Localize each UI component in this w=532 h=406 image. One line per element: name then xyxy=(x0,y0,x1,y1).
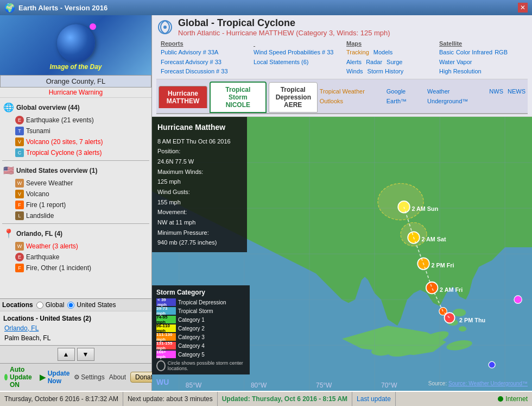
next-update-section: Next update: about 3 minutes xyxy=(123,392,218,406)
severe-weather-item[interactable]: W Severe Weather xyxy=(2,178,149,189)
update-now-button[interactable]: ▶ Update Now xyxy=(40,370,70,385)
orlando-earthquake-item[interactable]: E Earthquake xyxy=(2,252,149,263)
global-radio-label: Global xyxy=(46,301,65,309)
legend-row-5: 131-155 mph Category 4 xyxy=(156,342,245,349)
locations-section: Locations - United States (2) Orlando, F… xyxy=(0,311,151,345)
nws-link[interactable]: NWS xyxy=(489,87,503,106)
svg-point-42 xyxy=(514,296,522,303)
storm-gusts-label: Wind Gusts: xyxy=(157,187,242,197)
depression-aere-tab[interactable]: Tropical Depression AERE xyxy=(269,82,318,113)
storm-pressure-label: Minimum Pressure: xyxy=(157,228,242,238)
about-button[interactable]: About xyxy=(109,373,126,381)
nav-up-button[interactable]: ▲ xyxy=(58,348,75,361)
nav-buttons: ▲ ▼ xyxy=(0,345,151,363)
location-palm-beach[interactable]: Palm Beach, FL xyxy=(2,333,149,343)
svg-text:2 AM Sun: 2 AM Sun xyxy=(411,205,438,212)
legend-row-1: 39-73 mph Tropical Storm xyxy=(156,307,245,315)
us-radio-group[interactable]: United States xyxy=(67,301,116,309)
rgb-link[interactable]: RGB xyxy=(495,48,508,58)
hurricane-matthew-tab[interactable]: Hurricane MATTHEW xyxy=(159,86,207,108)
fire-item[interactable]: F Fire (1 report) xyxy=(2,199,149,210)
earthquake-icon: E xyxy=(15,116,24,124)
svg-point-7 xyxy=(453,309,466,316)
satellite-col: Satellite Basic Color Infrared RGB Water… xyxy=(435,39,528,78)
app-title: Earth Alerts - Version 2016 xyxy=(18,4,107,12)
right-panel: Global - Tropical Cyclone North Atlantic… xyxy=(152,15,532,391)
tracking-link[interactable]: Tracking xyxy=(346,48,369,58)
location-orlando[interactable]: Orlando, FL xyxy=(2,323,149,333)
tsunami-item[interactable]: T Tsunami xyxy=(2,126,149,136)
cyclone-icon: C xyxy=(15,148,24,157)
svg-text:2 PM Thu: 2 PM Thu xyxy=(459,317,485,323)
datetime-text: Thursday, October 6 2016 - 8:17:32 AM xyxy=(4,395,118,403)
last-update-section: Last update xyxy=(352,392,396,406)
water-vapor-link[interactable]: Water Vapor xyxy=(439,58,472,67)
report-link-3[interactable]: Forecast Discussion # 33 xyxy=(161,67,245,77)
svg-point-9 xyxy=(459,326,466,332)
auto-update-icon xyxy=(4,374,8,380)
weather-underground-credit[interactable]: Source: Weather Underground™ xyxy=(448,380,528,386)
us-volcano-item[interactable]: V Volcano xyxy=(2,189,149,199)
storm-pressure: 940 mb (27.75 inches) xyxy=(157,238,242,248)
weather-underground-link[interactable]: Weather Underground™ xyxy=(427,87,485,106)
map-area: 35°N 30°N 25°N 20°N 85°W 80°W 75°W 70°W … xyxy=(152,117,532,391)
locations-label: Locations xyxy=(2,301,33,309)
warning-bar: Hurricane Warning xyxy=(0,88,151,98)
basic-link[interactable]: Basic xyxy=(439,48,454,58)
color-infrared-link[interactable]: Color Infrared xyxy=(456,48,492,58)
main-container: Image of the Day Orange County, FL Hurri… xyxy=(0,15,532,391)
satellite-label: Satellite xyxy=(439,40,523,47)
tropical-outlooks-link[interactable]: Tropical Weather Outlooks xyxy=(320,87,382,106)
external-links: Tropical Weather Outlooks Google Earth™ … xyxy=(320,87,525,107)
legend-row-3: 96-110 mph Category 2 xyxy=(156,324,245,332)
landslide-item[interactable]: L Landslide xyxy=(2,210,149,221)
alerts-link[interactable]: Alerts xyxy=(346,58,362,67)
tropical-storm-nicole-tab[interactable]: Tropical Storm NICOLE xyxy=(210,82,267,113)
gear-icon: ⚙ xyxy=(74,373,80,381)
report-link-4[interactable]: Wind Speed Probabilities # 33 xyxy=(254,48,338,58)
reports-col1: Reports Public Advisory # 33A Forecast A… xyxy=(156,39,249,78)
image-of-day[interactable]: Image of the Day xyxy=(0,15,151,75)
high-resolution-link[interactable]: High Resolution xyxy=(439,67,482,77)
models-link[interactable]: Models xyxy=(373,48,392,58)
overview-section: 🌐 Global overview (44) E Earthquake (21 … xyxy=(0,98,151,298)
nav-down-button[interactable]: ▼ xyxy=(77,348,94,361)
last-update-link[interactable]: Last update xyxy=(357,395,391,403)
legend-circle-icon xyxy=(156,360,166,371)
news-link[interactable]: NEWS xyxy=(508,87,525,106)
maps-row3: Winds Storm History xyxy=(346,67,430,77)
divider-1 xyxy=(2,160,149,161)
winds-link[interactable]: Winds xyxy=(346,67,363,77)
orlando-fire-item[interactable]: F Fire, Other (1 incident) xyxy=(2,263,149,273)
cyclone-item[interactable]: C Tropical Cyclone (3 alerts) xyxy=(2,147,149,158)
svg-text:2 AM Sat: 2 AM Sat xyxy=(421,236,446,242)
app-icon: 🌍 xyxy=(4,3,15,13)
storm-info-time: 8 AM EDT Thu Oct 06 2016 xyxy=(157,136,242,147)
orlando-weather-item[interactable]: W Weather (3 alerts) xyxy=(2,241,149,252)
storm-info-overlay: Hurricane Matthew 8 AM EDT Thu Oct 06 20… xyxy=(152,117,247,252)
wu-logo: WU xyxy=(156,378,169,386)
report-link-5[interactable]: Local Statements (6) xyxy=(254,58,338,67)
maps-col: Maps Tracking Models Alerts Radar Surge … xyxy=(342,39,435,78)
volcano-item[interactable]: V Volcano (20 sites, 7 alerts) xyxy=(2,136,149,147)
google-earth-link[interactable]: Google Earth™ xyxy=(387,87,423,106)
svg-text:70°W: 70°W xyxy=(381,382,397,389)
earthquake-item[interactable]: E Earthquake (21 events) xyxy=(2,115,149,126)
settings-button[interactable]: ⚙ Settings xyxy=(74,373,104,381)
surge-link[interactable]: Surge xyxy=(387,58,402,67)
auto-update-indicator[interactable]: Auto Update ON xyxy=(4,366,35,389)
storm-history-link[interactable]: Storm History xyxy=(368,67,404,77)
radar-link[interactable]: Radar xyxy=(366,58,382,67)
us-radio[interactable] xyxy=(67,302,74,309)
reports-col2: Wind Speed Probabilities # 33 Local Stat… xyxy=(249,39,342,78)
close-button[interactable]: ✕ xyxy=(518,3,528,13)
global-radio-group[interactable]: Global xyxy=(36,301,65,309)
svg-text:85°W: 85°W xyxy=(186,382,202,389)
report-link-1[interactable]: Public Advisory # 33A xyxy=(161,48,245,58)
report-link-2[interactable]: Forecast Advisory # 33 xyxy=(161,58,245,67)
location-bar[interactable]: Orange County, FL xyxy=(0,75,151,88)
global-radio[interactable] xyxy=(36,302,43,309)
satellite-links3: High Resolution xyxy=(439,67,523,77)
auto-update-label: Auto Update ON xyxy=(10,366,35,389)
legend-title: Storm Category xyxy=(156,289,245,296)
